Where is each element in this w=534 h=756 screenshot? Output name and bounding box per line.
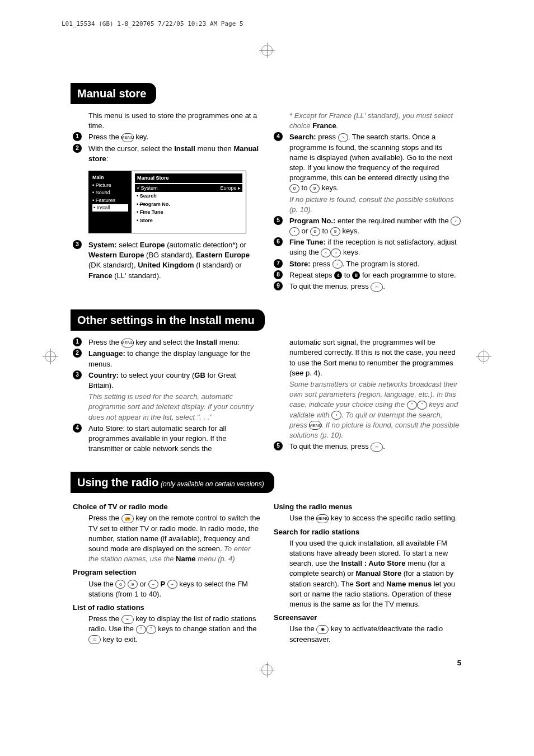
step-7: 7Store: press ›. The program is stored.: [274, 259, 461, 269]
os-right-1: automatic sort signal, the programmes wi…: [274, 337, 461, 378]
step-4: 4Search: press ›. The search starts. Onc…: [274, 132, 461, 193]
note-france: * Except for France (LL' standard), you …: [274, 111, 461, 131]
crop-mark-top: [261, 45, 273, 59]
panel-item-search: • Search: [135, 192, 242, 200]
heading-using-radio: Using the radio (only available on certa…: [71, 472, 274, 493]
exit-key-icon: ⏍: [371, 443, 383, 452]
section-using-radio: Using the radio (only available on certa…: [73, 467, 461, 645]
menu-key-icon: MENU: [309, 421, 321, 430]
search-stations-header: Search for radio stations: [274, 527, 461, 537]
print-header: L01_15534 (GB) 1-8_220705 7/22/05 10:23 …: [62, 20, 243, 28]
step-3: 3System: select Europe (automatic detect…: [73, 240, 260, 281]
os-step-3: 3Country: to select your country (GB for…: [73, 370, 260, 391]
menu-item-picture: • Picture: [92, 182, 128, 189]
menu-key-icon: MENU: [316, 514, 329, 523]
key-9-icon: 9: [310, 184, 320, 193]
plus-key-icon: +: [167, 580, 177, 589]
up-key-icon: ˄: [136, 625, 146, 634]
step-9: 9To quit the menus, press ⏍.: [274, 281, 461, 292]
list-stations-text: Press the ≡ key to display the list of r…: [73, 614, 260, 645]
panel-item-store: • Store: [135, 217, 242, 225]
left-key-icon: ‹: [321, 248, 331, 257]
panel-item-program-no: • Program No.: [135, 200, 242, 209]
right-key-icon: ›: [289, 227, 299, 236]
step-5: 5Program No.: enter the required number …: [274, 216, 461, 236]
crop-mark-bottom: [261, 664, 273, 679]
os-right-note: Some transmitters or cable networks broa…: [274, 379, 461, 440]
program-selection-header: Program selection: [73, 567, 260, 577]
menu-title: Main: [92, 174, 128, 181]
right-key-icon: ›: [338, 133, 348, 142]
intro-text: This menu is used to store the programme…: [73, 111, 260, 131]
heading-other-settings: Other settings in the Install menu: [71, 309, 265, 331]
using-menus-text: Use the MENU key to access the specific …: [274, 513, 461, 523]
choice-text: Press the 📻 key on the remote control to…: [73, 513, 260, 564]
screensaver-header: Screensaver: [274, 613, 461, 623]
os-step-5: 5To quit the menus, press ⏍.: [274, 442, 461, 452]
step-6: 6Fine Tune: if the reception is not sati…: [274, 237, 461, 257]
menu-screenshot: Main • Picture • Sound • Features • Inst…: [88, 171, 246, 233]
os-step-3-note: This setting is used for the search, aut…: [73, 392, 260, 422]
right-key-icon: ›: [331, 248, 341, 257]
down-key-icon: ˅: [417, 401, 427, 410]
key-0-icon: 0: [115, 580, 125, 589]
down-key-icon: ˅: [146, 625, 156, 634]
menu-sidebar: Main • Picture • Sound • Features • Inst…: [89, 171, 132, 233]
heading-manual-store: Manual store: [71, 83, 156, 104]
key-0-icon: 0: [310, 227, 320, 236]
step-8: 8Repeat steps 4 to 8 for each programme …: [274, 270, 461, 280]
panel-item-fine-tune: • Fine Tune: [135, 208, 242, 217]
menu-panel: Manual Store √ SystemEurope ▸ • Search •…: [132, 171, 246, 233]
os-step-4: 4Auto Store: to start automatic search f…: [73, 424, 260, 454]
section-manual-store: Manual store This menu is used to store …: [73, 78, 461, 293]
choice-header: Choice of TV or radio mode: [73, 502, 260, 512]
exit-key-icon: ⏍: [88, 635, 101, 644]
arrow-down-icon: ↓: [120, 218, 126, 235]
menu-item-sound: • Sound: [92, 189, 128, 196]
search-stations-text: If you used the quick installation, all …: [274, 538, 461, 609]
os-step-1: 1Press the MENU key and select the Insta…: [73, 337, 260, 348]
panel-row-system: √ SystemEurope ▸: [135, 184, 242, 192]
right-key-icon: ›: [331, 411, 341, 420]
minus-key-icon: −: [148, 580, 158, 589]
step-4-note: If no picture is found, consult the poss…: [274, 195, 461, 215]
exit-key-icon: ⏍: [371, 283, 383, 292]
crop-mark-right: [478, 351, 489, 365]
os-step-2: 2Language: to change the display languag…: [73, 349, 260, 369]
menu-key-icon: MENU: [121, 133, 134, 142]
list-key-icon: ≡: [121, 615, 134, 624]
step-2: 2With the cursor, select the Install men…: [73, 144, 260, 164]
panel-title: Manual Store: [135, 173, 242, 183]
step-1: 1Press the MENU key.: [73, 132, 260, 142]
section-other-settings: Other settings in the Install menu 1Pres…: [73, 305, 461, 455]
screensaver-text: Use the ◉ key to activate/deactivate the…: [274, 624, 461, 644]
left-key-icon: ‹: [451, 217, 461, 226]
crop-mark-left: [45, 351, 56, 365]
key-9-icon: 9: [330, 227, 340, 236]
screensaver-key-icon: ◉: [316, 625, 329, 634]
right-key-icon: ›: [332, 260, 343, 269]
menu-key-icon: MENU: [121, 339, 134, 348]
using-menus-header: Using the radio menus: [274, 502, 461, 512]
program-selection-text: Use the 0 9 or − P + keys to select the …: [73, 579, 260, 599]
key-9-icon: 9: [128, 580, 138, 589]
menu-item-features: • Features: [92, 197, 128, 204]
up-key-icon: ˄: [407, 401, 417, 410]
menu-item-install: • Install: [92, 204, 128, 212]
tv-radio-key-icon: 📻: [121, 514, 134, 523]
list-stations-header: List of radio stations: [73, 603, 260, 613]
key-0-icon: 0: [289, 184, 299, 193]
